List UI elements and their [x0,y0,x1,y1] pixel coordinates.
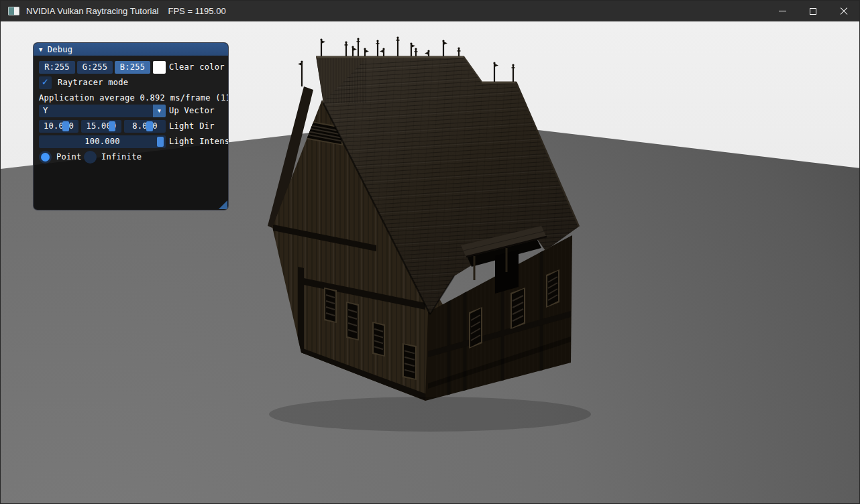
maximize-button[interactable] [798,1,828,21]
raytracer-checkbox[interactable]: ✓ [39,76,52,89]
raytracer-row: ✓ Raytracer mode [34,76,228,89]
up-vector-label: Up Vector [169,105,215,117]
point-light-label: Point [56,151,82,164]
window-title: NVIDIA Vulkan Raytracing Tutorial [26,6,159,16]
light-intensity-row: 100.000 Light Intensity [34,135,228,148]
chevron-down-icon[interactable]: ▼ [153,105,166,117]
green-channel-button[interactable]: G:255 [77,61,113,74]
close-button[interactable] [828,1,859,21]
up-vector-combo[interactable]: Y [39,105,166,117]
debug-panel-title: Debug [48,45,73,54]
maximize-icon [810,8,816,15]
slider-grab[interactable] [62,121,69,131]
infinite-light-label: Infinite [101,151,142,164]
slider-grab[interactable] [146,121,153,131]
red-channel-button[interactable]: R:255 [39,61,75,74]
blue-channel-button[interactable]: B:255 [115,61,150,74]
infinite-light-radio[interactable] [84,151,97,164]
up-vector-row: Y ▼ Up Vector [34,105,228,117]
debug-panel[interactable]: ▼ Debug R:255 G:255 B:255 Clear color ✓ … [33,42,229,210]
light-intensity-slider[interactable]: 100.000 [39,135,166,148]
point-light-radio[interactable] [39,151,52,164]
debug-panel-titlebar[interactable]: ▼ Debug [34,43,228,56]
raytracer-label: Raytracer mode [58,76,128,89]
viewport-3d[interactable]: ▼ Debug R:255 G:255 B:255 Clear color ✓ … [1,21,860,504]
minimize-icon [779,11,786,11]
light-dir-y-slider[interactable]: 15.000 [81,120,121,133]
application-window: NVIDIA Vulkan Raytracing Tutorial FPS = … [0,0,860,504]
light-dir-row: 10.000 15.000 8.000 Light Dir [34,120,228,133]
light-type-row: Point Infinite [34,151,228,164]
checkmark-icon: ✓ [42,77,48,87]
stats-text: Application average 0.892 ms/frame (1120 [39,92,228,105]
clear-color-label: Clear color [169,61,225,74]
slider-grab[interactable] [109,121,115,131]
light-dir-z-slider[interactable]: 8.000 [124,120,166,133]
light-intensity-label: Light Intensity [169,135,229,148]
titlebar[interactable]: NVIDIA Vulkan Raytracing Tutorial FPS = … [1,1,859,21]
minimize-button[interactable] [767,1,798,21]
slider-grab[interactable] [157,137,164,147]
fps-counter: FPS = 1195.00 [168,6,226,16]
light-dir-label: Light Dir [169,120,215,133]
resize-grip[interactable] [219,200,227,209]
clear-color-swatch[interactable] [153,61,166,74]
clear-color-row: R:255 G:255 B:255 Clear color [34,61,228,74]
close-icon [840,7,848,15]
app-icon [8,7,19,15]
light-dir-x-slider[interactable]: 10.000 [39,120,78,133]
collapse-arrow-icon[interactable]: ▼ [39,46,43,53]
